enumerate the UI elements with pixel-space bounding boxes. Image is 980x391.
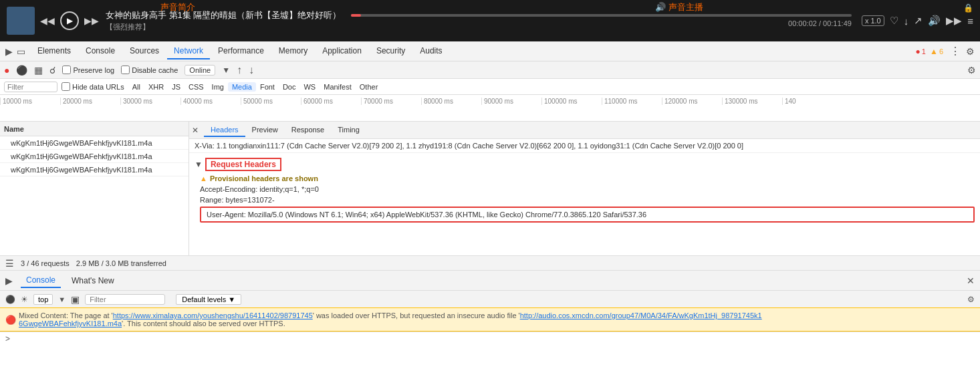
range-key: Range: [200, 196, 223, 204]
panel-tab-response[interactable]: Response [285, 124, 332, 137]
clear-button[interactable]: ⚫ [16, 65, 27, 76]
disable-cache-checkbox[interactable] [121, 66, 130, 74]
default-levels-select[interactable]: Default levels ▼ [176, 294, 241, 305]
tab-memory[interactable]: Memory [272, 43, 314, 59]
play-button[interactable]: ▶ [60, 11, 79, 30]
menu-icon[interactable]: ≡ [967, 15, 973, 27]
player-right-controls: x 1.0 ♡ ↓ ↗ 🔊 ▶▶ ≡ [862, 15, 973, 27]
filter-icon[interactable]: ▦ [34, 65, 43, 76]
settings-icon[interactable]: ⚙ [966, 46, 975, 57]
tab-network[interactable]: Network [167, 43, 210, 59]
console-filter-input[interactable] [85, 294, 165, 305]
request-item-1[interactable]: wKgKm1tHj6GwgeWBAFehkfjyvKI181.m4a [0, 150, 189, 163]
ftype-manifest[interactable]: Manifest [320, 82, 356, 92]
filter-input[interactable] [4, 82, 57, 92]
mixed-content-icon: 🔴 [5, 315, 16, 325]
tab-console-main[interactable]: Console [21, 273, 61, 288]
range-val: bytes=131072- [226, 196, 275, 204]
throttle-dropdown-icon[interactable]: ▼ [222, 66, 230, 75]
warning-text: Provisional headers are shown [210, 174, 318, 182]
tab-sources[interactable]: Sources [123, 43, 166, 59]
request-item-text-1: wKgKm1tHj6GwgeWBAFehkfjyvKI181.m4a [11, 152, 152, 160]
tick-3: 40000 ms [180, 98, 241, 105]
tab-performance[interactable]: Performance [211, 43, 271, 59]
accept-encoding-val: identity;q=1, *;q=0 [259, 185, 319, 193]
tab-audits[interactable]: Audits [413, 43, 449, 59]
gear-icon[interactable]: ⚙ [967, 65, 976, 76]
console-dropdown-icon[interactable]: ▼ [58, 295, 66, 303]
accept-encoding-row: Accept-Encoding: identity;q=1, *;q=0 [195, 184, 975, 194]
console-top-select[interactable]: top [33, 294, 53, 305]
panel-tab-timing[interactable]: Timing [331, 124, 366, 137]
cursor-icon[interactable]: ▶ [5, 46, 13, 57]
volume-icon[interactable]: 🔊 [928, 15, 941, 27]
close-panel-button[interactable]: ✕ [192, 126, 199, 135]
like-icon[interactable]: ♡ [890, 15, 898, 27]
console-tabbar: ▶ Console What's New ✕ [0, 270, 980, 290]
ftype-font[interactable]: Font [256, 82, 279, 92]
upload-icon[interactable]: ↑ [237, 64, 242, 76]
request-headers-title[interactable]: ▼ Request Headers [195, 156, 975, 173]
hide-data-urls-checkbox[interactable] [62, 82, 70, 91]
download-icon[interactable]: ↓ [249, 64, 254, 76]
share-icon[interactable]: ↗ [914, 15, 923, 27]
download-icon[interactable]: ↓ [904, 15, 909, 27]
request-headers-label: Request Headers [205, 158, 281, 171]
tick-10: 110000 ms [602, 98, 662, 105]
mobile-icon[interactable]: ▭ [17, 46, 25, 57]
hide-data-urls-label: Hide data URLs [72, 83, 124, 91]
prev-button[interactable]: ◀◀ [40, 15, 55, 26]
ftype-xhr[interactable]: XHR [144, 82, 168, 92]
next-button[interactable]: ▶▶ [84, 15, 99, 26]
console-eye-icon[interactable]: ☀ [21, 295, 28, 304]
forward-icon[interactable]: ▶▶ [946, 15, 962, 27]
ftype-all[interactable]: All [128, 82, 144, 92]
ftype-img[interactable]: Img [208, 82, 228, 92]
progress-bar[interactable] [351, 14, 851, 17]
more-icon[interactable]: ⋮ [950, 45, 961, 57]
tab-elements[interactable]: Elements [31, 43, 78, 59]
search-icon[interactable]: ☌ [49, 65, 55, 76]
ftype-ws[interactable]: WS [299, 82, 320, 92]
ftype-css[interactable]: CSS [185, 82, 208, 92]
transfer-size: 2.9 MB / 3.0 MB transferred [76, 259, 166, 267]
speed-badge[interactable]: x 1.0 [862, 15, 884, 26]
range-row: Range: bytes=131072- [195, 194, 975, 205]
tick-12: 130000 ms [722, 98, 782, 105]
sidebar-toggle-icon[interactable]: ☰ [5, 258, 14, 269]
tick-5: 60000 ms [301, 98, 361, 105]
tick-4: 50000 ms [241, 98, 301, 105]
close-console-icon[interactable]: ✕ [967, 275, 975, 286]
record-button[interactable]: ● [4, 65, 9, 76]
player-controls: ◀◀ ▶ ▶▶ [40, 11, 99, 30]
ftype-other[interactable]: Other [356, 82, 382, 92]
tab-whats-new[interactable]: What's New [66, 274, 120, 287]
audio-player: 声音简介 🔊 声音主播 ◀◀ ▶ ▶▶ 女神的贴身高手 第1集 隔壁的晴姐（新书… [0, 0, 980, 41]
tab-application[interactable]: Application [316, 43, 368, 59]
hide-data-urls-check: Hide data URLs [62, 82, 124, 91]
console-link-1[interactable]: https://www.ximalaya.com/youshengshu/164… [113, 311, 313, 319]
ftype-js[interactable]: JS [168, 82, 185, 92]
tick-1: 20000 ms [60, 98, 120, 105]
time-display: 00:00:02 / 00:11:49 [351, 19, 851, 27]
ftype-doc[interactable]: Doc [279, 82, 300, 92]
panel-tab-headers[interactable]: Headers [204, 124, 245, 137]
request-item-2[interactable]: wKgKm1tHj6GwgeWBAFehkfjyvKI181.m4a [0, 163, 189, 176]
filter-types: All XHR JS CSS Img Media Font Doc WS Man… [128, 82, 382, 92]
preserve-log-checkbox[interactable] [62, 66, 71, 74]
title-right: 🔊 声音主播 [655, 1, 703, 13]
tab-console[interactable]: Console [79, 43, 122, 59]
console-settings-icon[interactable]: ⚙ [967, 295, 975, 304]
panel-tab-preview[interactable]: Preview [245, 124, 285, 137]
tab-security[interactable]: Security [370, 43, 412, 59]
console-filter-icon[interactable]: ▣ [71, 294, 80, 305]
progress-area: 00:00:02 / 00:11:49 [351, 14, 851, 27]
disable-cache-check: Disable cache [121, 66, 178, 74]
provisional-headers-warning: ▲ Provisional headers are shown [195, 173, 975, 184]
request-item-0[interactable]: wKgKm1tHj6GwgeWBAFehkfjyvKI181.m4a [0, 136, 189, 150]
network-toolbar: ● ⚫ ▦ ☌ Preserve log Disable cache Onlin… [0, 61, 980, 79]
throttle-select[interactable]: Online [185, 65, 215, 76]
ftype-media[interactable]: Media [228, 82, 256, 92]
console-sidebar-icon[interactable]: ▶ [5, 275, 13, 286]
clear-console-icon[interactable]: ⚫ [5, 295, 15, 304]
